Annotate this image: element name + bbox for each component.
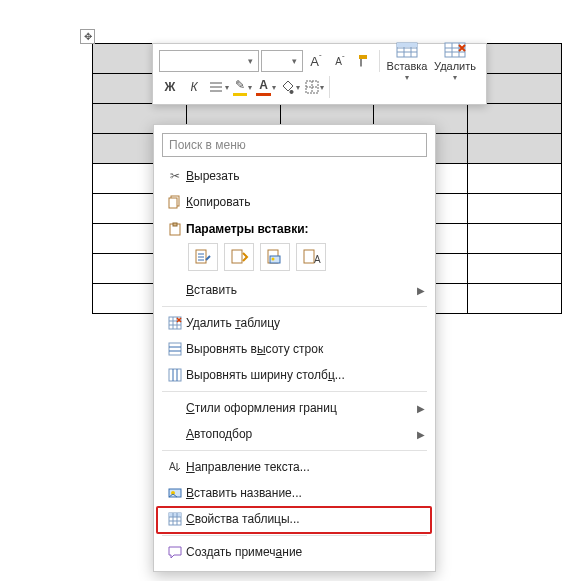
menu-item-delete-table[interactable]: Удалить таблицу: [154, 310, 435, 336]
bold-button[interactable]: Ж: [159, 76, 181, 98]
format-painter-button[interactable]: [353, 50, 375, 72]
underline-button[interactable]: ▾: [207, 76, 229, 98]
menu-item-text-direction[interactable]: A Направление текста...: [154, 454, 435, 480]
menu-search-placeholder: Поиск в меню: [169, 138, 246, 152]
chevron-right-icon: ▶: [417, 285, 425, 296]
chevron-right-icon: ▶: [417, 403, 425, 414]
svg-rect-20: [173, 223, 177, 226]
menu-item-new-comment[interactable]: Создать примечание: [154, 539, 435, 565]
paste-option-merge[interactable]: [224, 243, 254, 271]
menu-item-insert-caption[interactable]: Вставить название...: [154, 480, 435, 506]
menu-item-autofit[interactable]: Автоподбор ▶: [154, 421, 435, 447]
menu-search-input[interactable]: Поиск в меню: [162, 133, 427, 157]
menu-item-distribute-rows[interactable]: Выровнять высоту строк: [154, 336, 435, 362]
menu-item-paste[interactable]: Вставить ▶: [154, 277, 435, 303]
caption-icon: [164, 486, 186, 500]
decrease-font-button[interactable]: Aˇ: [329, 50, 351, 72]
paste-option-picture[interactable]: [260, 243, 290, 271]
text-direction-icon: A: [164, 460, 186, 474]
borders-button[interactable]: ▾: [303, 76, 325, 98]
menu-item-table-properties[interactable]: Свойства таблицы...: [154, 506, 435, 532]
svg-rect-24: [270, 256, 280, 263]
svg-rect-43: [169, 513, 181, 517]
context-menu: Поиск в меню ✂ Вырезать Копировать Парам…: [153, 124, 436, 572]
font-color-button[interactable]: A▾: [255, 76, 277, 98]
comment-icon: [164, 545, 186, 559]
delete-table-icon: [164, 316, 186, 330]
shading-button[interactable]: ▾: [279, 76, 301, 98]
svg-rect-18: [169, 198, 177, 208]
copy-icon: [164, 195, 186, 209]
scissors-icon: ✂: [164, 169, 186, 183]
distribute-rows-icon: [164, 342, 186, 356]
paste-options-header: Параметры вставки:: [154, 215, 435, 241]
delete-button[interactable]: Удалить ▾: [432, 40, 478, 82]
distribute-cols-icon: [164, 368, 186, 382]
highlight-button[interactable]: ✎▾: [231, 76, 253, 98]
insert-button[interactable]: Вставка ▾: [384, 40, 430, 82]
paste-option-text-only[interactable]: A: [296, 243, 326, 271]
paste-options-row: A: [154, 241, 435, 277]
table-move-handle[interactable]: ✥: [80, 29, 95, 44]
chevron-right-icon: ▶: [417, 429, 425, 440]
font-name-combo[interactable]: ▾: [159, 50, 259, 72]
svg-rect-22: [232, 250, 242, 263]
svg-rect-33: [169, 343, 181, 355]
svg-rect-6: [445, 43, 465, 57]
delete-label: Удалить: [434, 60, 476, 72]
font-size-combo[interactable]: ▾: [261, 50, 303, 72]
svg-rect-36: [169, 369, 181, 381]
menu-item-cut[interactable]: ✂ Вырезать: [154, 163, 435, 189]
italic-button[interactable]: К: [183, 76, 205, 98]
clipboard-icon: [164, 222, 186, 236]
svg-point-25: [272, 258, 275, 261]
insert-label: Вставка: [387, 60, 428, 72]
mini-toolbar: ▾ ▾ Aˆ Aˇ Вставка ▾ Удалить ▾ Ж К ▾: [152, 43, 487, 105]
paste-option-keep-source[interactable]: [188, 243, 218, 271]
menu-item-copy[interactable]: Копировать: [154, 189, 435, 215]
increase-font-button[interactable]: Aˆ: [305, 50, 327, 72]
menu-item-border-styles[interactable]: Стили оформления границ ▶: [154, 395, 435, 421]
svg-text:A: A: [169, 461, 176, 472]
svg-rect-5: [397, 43, 417, 47]
svg-rect-26: [304, 250, 314, 263]
svg-text:A: A: [314, 254, 321, 265]
table-properties-icon: [164, 512, 186, 526]
menu-item-distribute-cols[interactable]: Выровнять ширину столбц...: [154, 362, 435, 388]
